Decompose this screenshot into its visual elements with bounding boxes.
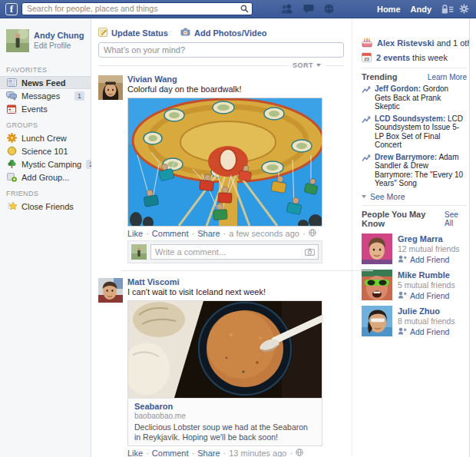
search-icon[interactable] [240, 5, 249, 15]
add-photos-camera-icon [180, 28, 190, 38]
person-name-link[interactable]: Julie Zhuo [398, 306, 455, 316]
favorites-section-title: FAVORITES [0, 60, 91, 76]
birthday-reminder: Alex Ristevski and 1 other [362, 37, 467, 49]
attachment-title-link[interactable]: Seabaron [134, 402, 173, 411]
pymk-header: People You May Know See All [362, 210, 467, 228]
comment-box [127, 240, 322, 263]
birthday-cake-icon [362, 37, 372, 49]
caret-down-icon [316, 64, 321, 67]
update-status-button[interactable]: Update Status [98, 28, 168, 38]
close-friends-star-icon [6, 201, 17, 212]
avatar[interactable] [362, 306, 392, 336]
post-photo-carousel[interactable] [127, 98, 322, 227]
comment-link[interactable]: Comment [152, 229, 189, 238]
edit-profile-link[interactable]: Edit Profile [34, 41, 84, 50]
person-name-link[interactable]: Mike Rumble [398, 270, 455, 280]
notifications-icon[interactable] [324, 4, 334, 14]
attachment-photo-soup[interactable] [128, 301, 322, 399]
sidebar-item-add-group[interactable]: Add Group... [0, 171, 91, 184]
see-more-button[interactable]: See More [362, 192, 467, 201]
trending-topic-link[interactable]: LCD Soundsystem: [375, 114, 445, 123]
post-meta: Like · Comment · Share · 13 minutes ago … [127, 449, 344, 457]
avatar [131, 244, 147, 260]
trending-arrow-icon [362, 85, 371, 111]
post-meta: Like · Comment · Share · a few seconds a… [127, 229, 344, 238]
calendar-icon: 23 [362, 52, 372, 64]
svg-text:23: 23 [364, 56, 369, 61]
privacy-globe-icon [309, 229, 316, 238]
unread-count-badge: 1 [74, 91, 84, 101]
camera-icon[interactable] [305, 248, 315, 257]
lunch-crew-group-icon [6, 133, 17, 144]
avatar[interactable] [362, 270, 392, 300]
sidebar-item-news-feed[interactable]: News Feed [0, 76, 91, 89]
share-link[interactable]: Share [197, 449, 220, 457]
birthday-person-link[interactable]: Alex Ristevski [377, 38, 435, 48]
trending-header: Trending Learn More [362, 72, 467, 81]
trending-arrow-icon [362, 115, 371, 150]
profile-link[interactable]: Andy [411, 5, 432, 14]
trending-topic-link[interactable]: Drew Barrymore: [375, 153, 437, 161]
sidebar-item-messages[interactable]: Messages 1 [0, 89, 91, 102]
add-friend-button[interactable]: Add Friend [398, 291, 455, 300]
right-sidebar: Alex Ristevski and 1 other 23 2 events t… [352, 18, 469, 457]
sidebar-item-science-101[interactable]: Science 101 [0, 144, 91, 157]
post-author-link[interactable]: Matt Viscomi [127, 277, 180, 287]
add-friend-button[interactable]: Add Friend [398, 255, 460, 264]
status-input[interactable] [98, 42, 344, 58]
comment-input[interactable] [150, 244, 319, 260]
comment-link[interactable]: Comment [152, 449, 189, 457]
pymk-person: Mike Rumble 5 mutual friends Add Friend [362, 270, 467, 300]
settings-gear-icon[interactable] [459, 4, 469, 14]
friend-requests-icon[interactable] [281, 4, 293, 14]
events-reminder: 23 2 events this week [362, 51, 467, 64]
add-friend-button[interactable]: Add Friend [398, 327, 455, 336]
like-link[interactable]: Like [127, 449, 143, 457]
scrollbar-gutter[interactable] [469, 18, 476, 457]
mutual-friends: 5 mutual friends [398, 280, 455, 290]
sort-control[interactable]: SORT [98, 60, 344, 71]
trending-arrow-icon [362, 154, 371, 188]
avatar[interactable] [98, 75, 123, 100]
avatar[interactable] [98, 278, 123, 303]
post-author-link[interactable]: Vivian Wang [127, 75, 177, 84]
events-icon [6, 104, 17, 114]
events-count-link[interactable]: 2 events [376, 53, 410, 62]
attachment-caption: Seabaron baobaobao.me Declicious Lobster… [128, 399, 322, 445]
pymk-person: Julie Zhuo 8 mutual friends Add Friend [362, 306, 467, 336]
mutual-friends: 8 mutual friends [398, 316, 455, 326]
facebook-logo[interactable]: f [5, 3, 18, 15]
person-name-link[interactable]: Greg Marra [398, 234, 460, 244]
attachment-description: Declicious Lobster soup we had at the Se… [134, 422, 316, 442]
user-name-link[interactable]: Andy Chung [34, 29, 84, 40]
sidebar-item-close-friends[interactable]: Close Friends [0, 200, 91, 213]
learn-more-link[interactable]: Learn More [428, 73, 467, 81]
timestamp-link[interactable]: a few seconds ago [229, 229, 299, 238]
home-link[interactable]: Home [377, 5, 401, 14]
trending-item: Drew Barrymore: Adam Sandler & Drew Barr… [362, 153, 467, 188]
messages-icon[interactable] [303, 4, 314, 14]
post-message: Colorful day on the boardwalk! [127, 84, 344, 94]
mutual-friends: 12 mutual friends [398, 244, 460, 254]
share-link[interactable]: Share [197, 229, 220, 238]
search-input[interactable] [21, 2, 253, 15]
see-all-link[interactable]: See All [445, 210, 467, 227]
science-101-group-icon [6, 146, 17, 157]
sidebar-item-events[interactable]: Events [0, 102, 91, 115]
avatar[interactable] [6, 29, 29, 52]
link-attachment[interactable]: Seabaron baobaobao.me Declicious Lobster… [127, 300, 322, 446]
friends-section-title: FRIENDS [0, 184, 91, 200]
privacy-shortcuts-icon[interactable] [441, 5, 454, 14]
pymk-person: Greg Marra 12 mutual friends Add Friend [362, 233, 467, 264]
attachment-domain: baobaobao.me [134, 412, 316, 421]
trending-topic-link[interactable]: Jeff Gordon: [375, 84, 421, 93]
add-photos-button[interactable]: Add Photos/Video [180, 28, 267, 38]
avatar[interactable] [362, 233, 392, 264]
sidebar-item-lunch-crew[interactable]: Lunch Crew [0, 131, 91, 144]
caret-down-icon [362, 195, 366, 198]
sidebar-item-mystic-camping[interactable]: Mystic Camping 2 [0, 157, 91, 171]
timestamp-link[interactable]: 13 minutes ago [229, 449, 286, 457]
like-link[interactable]: Like [127, 229, 143, 238]
divider [362, 68, 467, 68]
post-divider [121, 270, 373, 271]
